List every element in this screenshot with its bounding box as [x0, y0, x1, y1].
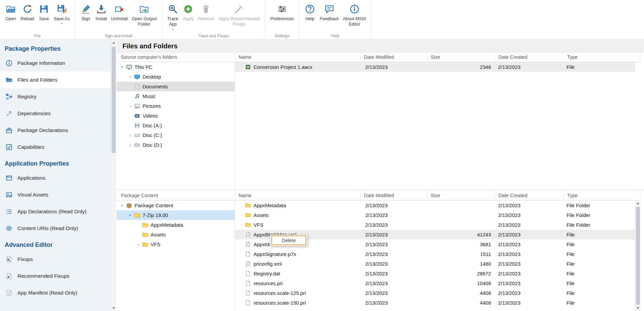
chevron-icon[interactable]: › — [119, 64, 125, 70]
column-header-name[interactable]: Name — [235, 191, 361, 200]
open-button[interactable]: Open — [3, 2, 18, 23]
sidebar-item-label: App Declarations (Read Only) — [17, 209, 87, 215]
sidebar-item-files-and-folders[interactable]: Files and Folders — [0, 72, 111, 88]
sidebar-scrollbar[interactable] — [111, 40, 116, 311]
tree-item-videos[interactable]: Videos — [117, 111, 235, 121]
file-row-conversion-project-1-aacx[interactable]: Conversion Project 1.aacx 2/13/2023 2346… — [235, 62, 635, 72]
scroll-down-button[interactable] — [635, 305, 641, 311]
column-header-date-modified[interactable]: Date Modified — [361, 52, 427, 62]
chevron-icon[interactable]: › — [127, 103, 133, 109]
file-row-resources-scale-150-pri[interactable]: resources.scale-150.pri 2/13/2023 4408 2… — [235, 298, 635, 308]
chevron-icon[interactable]: › — [127, 132, 133, 138]
column-header-date-created[interactable]: Date Created — [495, 191, 564, 200]
chevron-icon[interactable] — [127, 113, 133, 119]
file-row-registry-dat[interactable]: Registry.dat 2/13/2023 28672 2/13/2023 F… — [235, 269, 635, 278]
file-row-resources-scale-125-pri[interactable]: resources.scale-125.pri 2/13/2023 4408 2… — [235, 288, 635, 298]
tree-item-disc-c[interactable]: › Disc (C:) — [117, 130, 235, 140]
scroll-up-button[interactable] — [635, 201, 641, 206]
tree-item-label: Assets — [151, 232, 166, 237]
sidebar-item-fixups[interactable]: Fixups — [0, 251, 111, 268]
tree-item-7-zip-19-00[interactable]: › 7-Zip 19.00 — [117, 210, 235, 220]
tree-item-disc-a[interactable]: Disc (A:) — [117, 121, 235, 130]
scroll-down-button[interactable] — [111, 305, 116, 311]
sidebar-item-visual-assets[interactable]: Visual Assets — [0, 186, 111, 203]
tree-item-assets[interactable]: Assets — [117, 230, 235, 239]
open-output-folder-button[interactable]: Open Output Folder — [130, 2, 159, 29]
install-button[interactable]: Install — [94, 2, 109, 23]
chevron-icon[interactable]: › — [127, 142, 133, 148]
apply-recommended-fixups-button[interactable]: Apply Recommended Fixups — [216, 2, 262, 29]
sidebar-item-applications[interactable]: Applications — [0, 170, 111, 186]
file-date-created: 2/13/2023 — [495, 261, 564, 267]
save-as-button[interactable]: Save As › — [52, 2, 72, 27]
tree-item-disc-d[interactable]: › Disc (D:) — [117, 140, 235, 150]
remove-button[interactable]: Remove — [196, 2, 216, 23]
disc-d-icon — [134, 142, 140, 148]
package-list-scrollbar[interactable] — [635, 201, 641, 311]
column-header-size[interactable]: Size — [427, 52, 495, 62]
ribbon-button-label: Help — [306, 16, 315, 21]
uninstall-button[interactable]: Uninstall — [109, 2, 130, 23]
reload-button[interactable]: Reload — [18, 2, 36, 23]
context-menu-item-delete[interactable]: Delete — [271, 235, 306, 245]
scrollbar-thumb[interactable] — [636, 207, 640, 305]
tree-item-desktop[interactable]: › Desktop — [117, 72, 235, 82]
file-type: File Folder — [564, 203, 635, 208]
folder-yellow-icon — [245, 203, 251, 208]
scroll-up-button[interactable] — [111, 40, 116, 46]
about-msix-editor-button[interactable]: About MSIX Editor — [341, 2, 368, 29]
sidebar-item-package-information[interactable]: Package Information — [0, 55, 111, 72]
tree-item-music[interactable]: Music — [117, 91, 235, 101]
scrollbar-thumb[interactable] — [112, 47, 116, 153]
chevron-icon[interactable] — [127, 123, 133, 128]
file-name-cell: Conversion Project 1.aacx — [235, 64, 361, 70]
file-row-appxmetadata[interactable]: AppxMetadata 2/13/2023 2/13/2023 File Fo… — [235, 201, 635, 210]
chevron-icon[interactable]: › — [119, 203, 125, 208]
trace-app-button[interactable]: Trace App › — [165, 2, 180, 33]
file-row-vfs[interactable]: VFS 2/13/2023 2/13/2023 File Folder — [235, 220, 635, 230]
sidebar-item-capabilities[interactable]: Capabilities — [0, 139, 111, 156]
column-header-type[interactable]: Type — [564, 191, 641, 200]
file-row-priconfig-xml[interactable]: priconfig.xml 2/13/2023 1480 2/13/2023 F… — [235, 259, 635, 269]
tree-item-this-pc[interactable]: › This PC — [117, 62, 235, 72]
tree-item-appxmetadata[interactable]: AppxMetadata — [117, 220, 235, 230]
sidebar-item-app-declarations-read-only[interactable]: App Declarations (Read Only) — [0, 203, 111, 220]
sidebar-item-label: Fixups — [17, 256, 33, 262]
sidebar-item-package-declarations[interactable]: Package Declarations — [0, 122, 111, 139]
preferences-button[interactable]: Preferences — [268, 2, 296, 23]
tree-item-pictures[interactable]: › Pictures — [117, 101, 235, 111]
column-header-date-modified[interactable]: Date Modified — [361, 191, 427, 200]
chevron-icon[interactable] — [136, 222, 142, 228]
column-header-name[interactable]: Name — [235, 52, 361, 62]
feedback-button[interactable]: Feedback — [318, 2, 341, 23]
file-name: resources.scale-150.pri — [254, 300, 306, 306]
tree-item-package-content[interactable]: › Package Content — [117, 201, 235, 210]
chevron-icon[interactable]: › — [136, 241, 142, 247]
column-header-size[interactable]: Size — [427, 191, 495, 200]
tree-item-vfs[interactable]: › VFS — [117, 239, 235, 249]
apply-button[interactable]: Apply › — [180, 2, 196, 27]
chevron-icon[interactable]: › — [127, 212, 133, 218]
chevron-icon[interactable] — [127, 93, 133, 99]
sidebar-item-recommended-fixups[interactable]: Recommended Fixups — [0, 268, 111, 284]
help-button[interactable]: Help — [302, 2, 318, 23]
column-header-type[interactable]: Type — [564, 52, 641, 62]
column-header-date-created[interactable]: Date Created — [495, 52, 564, 62]
file-row-appxsignature-p7x[interactable]: AppxSignature.p7x 2/13/2023 1511 2/13/20… — [235, 249, 635, 259]
sidebar-item-dependencies[interactable]: Dependencies — [0, 105, 111, 122]
tree-item-label: Documents — [143, 84, 168, 89]
source-panel-header: Source computer's folders NameDate Modif… — [117, 52, 641, 62]
file-row-assets[interactable]: Assets 2/13/2023 2/13/2023 File Folder — [235, 210, 635, 220]
chevron-icon[interactable]: › — [127, 74, 133, 80]
chevron-icon[interactable] — [136, 232, 142, 237]
sidebar-item-app-manifest-read-only[interactable]: App Manifest (Read Only) — [0, 284, 111, 301]
sidebar-item-registry[interactable]: Registry — [0, 88, 111, 105]
sign-button[interactable]: Sign — [78, 2, 94, 23]
sidebar-item-content-uris-read-only[interactable]: Content URIs (Read Only) — [0, 220, 111, 237]
save-button[interactable]: Save — [36, 2, 52, 23]
ribbon-group-sign-and-install: Sign Install Uninstall Open Output Folde… — [75, 0, 162, 39]
file-row-resources-pri[interactable]: resources.pri 2/13/2023 10408 2/13/2023 … — [235, 278, 635, 288]
ribbon-button-label: Feedback — [320, 16, 339, 21]
tree-item-documents[interactable]: Documents — [117, 82, 235, 91]
chevron-icon[interactable] — [127, 84, 133, 89]
